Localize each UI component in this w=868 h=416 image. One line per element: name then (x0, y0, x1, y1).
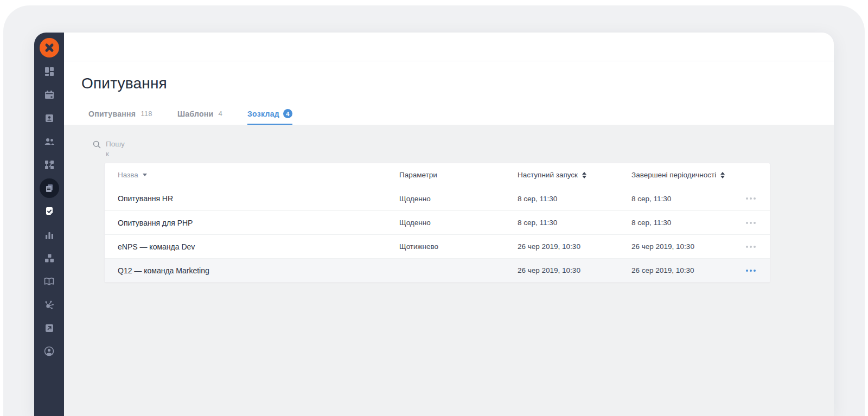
table-row[interactable]: Q12 — команда Marketing 26 чер 2019, 10:… (105, 258, 770, 282)
app-window: Опитування Опитування 118 Шаблони 4 Зозк… (34, 33, 834, 416)
top-toolbar (64, 33, 834, 61)
account-icon[interactable] (34, 340, 64, 363)
page-title: Опитування (81, 74, 834, 93)
content-area: Пошук Назва Параметри Наступний запуск (64, 125, 834, 416)
nav-hover-circle (40, 178, 59, 198)
row-next-run: 26 чер 2019, 10:30 (518, 242, 631, 251)
book-icon[interactable] (34, 270, 64, 293)
id-badge-icon[interactable] (34, 106, 64, 130)
sidebar-nav (34, 60, 64, 363)
tab-badge: 4 (283, 109, 292, 118)
row-params: Щоденно (399, 195, 518, 203)
row-completed: 26 сер 2019, 10:30 (631, 266, 733, 274)
row-name: Q12 — команда Marketing (118, 266, 399, 275)
tab-templates[interactable]: Шаблони 4 (177, 109, 222, 125)
table-row[interactable]: Опитування HR Щоденно 8 сер, 11:30 8 сер… (105, 187, 770, 210)
main-area: Опитування Опитування 118 Шаблони 4 Зозк… (64, 33, 834, 416)
row-name: Опитування HR (118, 194, 399, 203)
schedule-table: Назва Параметри Наступний запуск Заверше… (104, 163, 770, 283)
row-next-run: 8 сер, 11:30 (518, 195, 631, 203)
page-header: Опитування Опитування 118 Шаблони 4 Зозк… (64, 61, 834, 125)
x-logo-icon[interactable] (40, 38, 59, 57)
row-menu-button[interactable] (745, 220, 757, 226)
external-link-icon[interactable] (34, 316, 64, 340)
column-header-next-run[interactable]: Наступний запуск (518, 171, 631, 179)
row-completed: 8 сер, 11:30 (631, 219, 733, 227)
documents-icon[interactable] (34, 176, 64, 200)
sidebar (34, 33, 64, 416)
task-check-icon[interactable] (34, 200, 64, 223)
blocks-icon[interactable] (34, 246, 64, 270)
dashboard-icon[interactable] (34, 60, 64, 83)
search-icon (93, 140, 101, 149)
team-icon[interactable] (34, 130, 64, 153)
tab-surveys[interactable]: Опитування 118 (88, 109, 152, 125)
row-params: Щотижнево (399, 242, 518, 251)
tab-label: Шаблони (177, 110, 214, 118)
workflow-icon[interactable] (34, 153, 64, 176)
column-header-params: Параметри (399, 171, 518, 179)
tab-label: Зозклад (247, 110, 279, 118)
row-completed: 8 сер, 11:30 (631, 195, 733, 203)
row-next-run: 26 чер 2019, 10:30 (518, 266, 631, 274)
row-name: eNPS — команда Dev (118, 242, 399, 251)
column-header-completed[interactable]: Завершені періодичності (631, 171, 733, 179)
table-header-row: Назва Параметри Наступний запуск Заверше… (105, 163, 770, 187)
search-input[interactable]: Пошук (93, 139, 834, 159)
bar-chart-icon[interactable] (34, 223, 64, 246)
row-next-run: 8 сер, 11:30 (518, 219, 631, 227)
caret-down-icon (143, 174, 147, 176)
row-menu-button[interactable] (745, 244, 757, 250)
row-completed: 26 чер 2019, 10:30 (631, 242, 733, 251)
row-menu-button[interactable] (745, 195, 757, 202)
table-body: Опитування HR Щоденно 8 сер, 11:30 8 сер… (105, 187, 770, 282)
search-placeholder: Пошук (106, 139, 126, 159)
row-menu-button[interactable] (745, 267, 757, 274)
tab-schedule[interactable]: Зозклад 4 (247, 109, 292, 125)
molecule-icon[interactable] (34, 293, 64, 316)
tab-label: Опитування (88, 110, 136, 118)
table-row[interactable]: Опитування для PHP Щоденно 8 сер, 11:30 … (105, 210, 770, 234)
calendar-icon[interactable] (34, 83, 64, 106)
tab-count: 118 (141, 110, 152, 118)
tab-bar: Опитування 118 Шаблони 4 Зозклад 4 (88, 109, 834, 125)
table-row[interactable]: eNPS — команда Dev Щотижнево 26 чер 2019… (105, 234, 770, 258)
row-params: Щоденно (399, 219, 518, 227)
tab-count: 4 (218, 110, 222, 118)
row-name: Опитування для PHP (118, 219, 399, 227)
sort-updown-icon (720, 172, 725, 178)
column-header-name[interactable]: Назва (118, 171, 399, 179)
sort-updown-icon (582, 172, 586, 178)
